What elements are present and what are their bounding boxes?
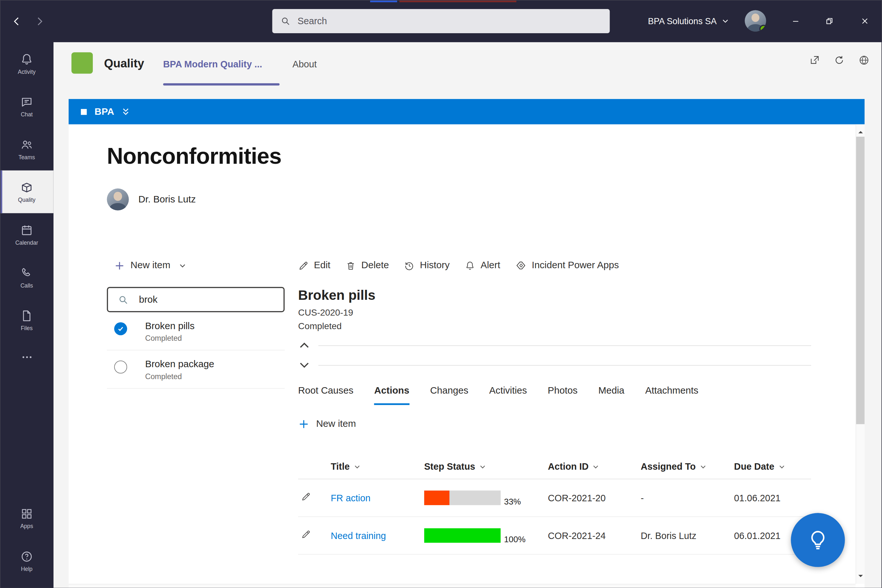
quality-app-logo (72, 52, 93, 74)
tab-about[interactable]: About (292, 59, 316, 70)
scrollbar-thumb[interactable] (856, 136, 865, 424)
divider (318, 365, 812, 366)
scroll-down-icon[interactable] (858, 571, 863, 580)
scroll-up-icon[interactable] (858, 127, 863, 137)
tab-media[interactable]: Media (598, 385, 624, 405)
maximize-button[interactable] (813, 0, 845, 42)
radio-selected-icon[interactable] (114, 322, 127, 335)
user-avatar[interactable] (745, 10, 766, 31)
column-header-step-status[interactable]: Step Status (424, 461, 548, 472)
refresh-icon[interactable] (834, 54, 845, 66)
minimize-icon (791, 17, 800, 25)
apps-grid-icon (20, 507, 33, 520)
table-header: Title Step Status Action ID Assigne (298, 454, 811, 479)
tab-changes[interactable]: Changes (430, 385, 468, 405)
column-header-assigned-to[interactable]: Assigned To (640, 461, 734, 472)
tab-activities[interactable]: Activities (489, 385, 527, 405)
chevron-double-down-icon[interactable] (121, 107, 131, 117)
edit-pencil-icon[interactable] (301, 530, 311, 539)
action-title-link[interactable]: Need training (331, 530, 386, 540)
sidebar-item-calendar[interactable]: Calendar (0, 213, 54, 256)
page-content: Nonconformities Dr. Boris Lutz New item (69, 124, 865, 588)
trash-icon (346, 260, 356, 271)
power-apps-icon (516, 260, 527, 271)
item-search-box[interactable] (107, 287, 285, 312)
global-search-input[interactable] (297, 16, 602, 26)
new-item-button[interactable]: New item (107, 257, 285, 274)
chevron-right-icon (33, 15, 45, 27)
sidebar-item-chat[interactable]: Chat (0, 85, 54, 128)
ideas-floating-button[interactable] (791, 513, 845, 567)
page-title: Nonconformities (107, 144, 281, 169)
globe-icon[interactable] (858, 54, 870, 66)
sidebar-more-button[interactable] (0, 341, 54, 373)
column-header-title[interactable]: Title (331, 461, 424, 472)
sidebar-item-quality[interactable]: Quality (0, 171, 54, 213)
chevron-down-icon[interactable] (298, 359, 310, 371)
plus-icon (114, 260, 125, 271)
horizontal-scrollbar[interactable] (69, 584, 856, 588)
forward-button[interactable] (32, 14, 47, 29)
phone-icon (20, 266, 33, 279)
chevron-down-icon (592, 463, 599, 470)
tab-attachments[interactable]: Attachments (645, 385, 698, 405)
app-rail: Activity Chat Teams Quality Calendar Cal… (0, 42, 54, 588)
item-status: Completed (298, 321, 811, 331)
back-button[interactable] (9, 14, 25, 29)
sidebar-item-apps[interactable]: Apps (0, 497, 54, 540)
command-bar: Edit Delete History Alert (298, 257, 811, 274)
incident-power-apps-button[interactable]: Incident Power Apps (516, 260, 619, 271)
help-icon (20, 550, 33, 563)
plus-icon (298, 418, 309, 430)
chevron-up-icon[interactable] (298, 339, 310, 351)
sidebar-item-help[interactable]: Help (0, 540, 54, 582)
column-header-action-id[interactable]: Action ID (548, 461, 641, 472)
quality-app-icon (20, 181, 33, 194)
item-search-input[interactable] (139, 294, 277, 305)
column-header-due-date[interactable]: Due Date (734, 461, 811, 472)
presence-available-icon (759, 25, 766, 32)
new-action-button[interactable]: New item (298, 416, 811, 432)
vertical-scrollbar[interactable] (856, 124, 865, 584)
org-switcher[interactable]: BPA Solutions SA (648, 0, 729, 42)
tab-actions[interactable]: Actions (374, 385, 410, 405)
item-id: CUS-2020-19 (298, 308, 811, 318)
actions-table: Title Step Status Action ID Assigne (298, 454, 811, 555)
tab-bpa-modern-quality[interactable]: BPA Modern Quality ... (163, 59, 262, 70)
bpa-webpart-header[interactable]: BPA (69, 99, 865, 124)
edit-button[interactable]: Edit (298, 260, 330, 271)
action-title-link[interactable]: FR action (331, 493, 370, 502)
list-item[interactable]: Broken pills Completed (107, 312, 285, 350)
history-button[interactable]: History (404, 260, 450, 271)
progress-label: 33% (504, 496, 520, 506)
sidebar-item-teams[interactable]: Teams (0, 128, 54, 171)
list-item[interactable]: Broken package Completed (107, 350, 285, 389)
lightbulb-icon (806, 528, 830, 552)
alert-button[interactable]: Alert (465, 260, 500, 271)
popout-icon[interactable] (809, 54, 820, 66)
tab-photos[interactable]: Photos (548, 385, 578, 405)
delete-button[interactable]: Delete (346, 260, 389, 271)
list-item-title: Broken package (145, 359, 214, 370)
close-button[interactable] (847, 0, 882, 42)
main-area: Quality BPA Modern Quality ... About BPA… (54, 42, 882, 588)
chevron-left-icon (10, 15, 23, 27)
global-search[interactable] (272, 9, 610, 33)
sidebar-item-activity[interactable]: Activity (0, 42, 54, 85)
chevron-down-icon (778, 463, 785, 470)
sidebar-item-files[interactable]: Files (0, 299, 54, 342)
teams-window: BPA Solutions SA Activity Chat (0, 0, 882, 588)
tab-root-causes[interactable]: Root Causes (298, 385, 353, 405)
search-icon (280, 16, 291, 26)
minimize-button[interactable] (779, 0, 812, 42)
sidebar-item-calls[interactable]: Calls (0, 256, 54, 299)
list-item-status: Completed (145, 334, 194, 342)
radio-unselected-icon[interactable] (114, 360, 127, 373)
item-detail-panel: Edit Delete History Alert (298, 257, 811, 555)
history-clock-icon (404, 260, 415, 271)
ellipsis-icon (21, 351, 33, 363)
list-item-status: Completed (145, 372, 214, 381)
edit-pencil-icon[interactable] (301, 492, 311, 502)
action-id-cell: COR-2021-20 (548, 493, 641, 503)
progress-fill (424, 490, 449, 505)
